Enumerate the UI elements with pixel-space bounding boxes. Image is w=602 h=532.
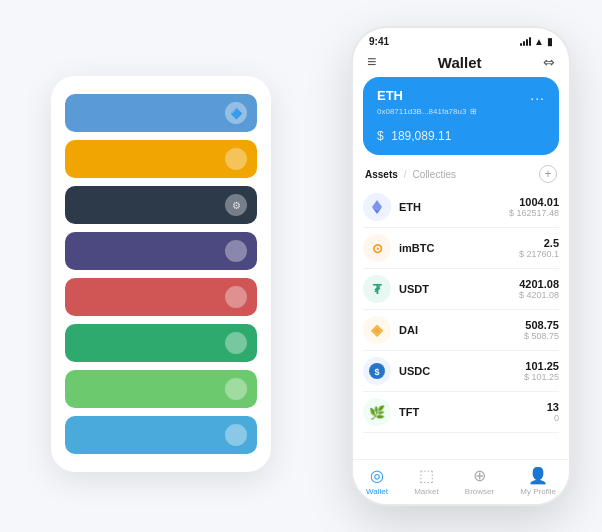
eth-name: ETH bbox=[399, 201, 509, 213]
status-bar: 9:41 ▲ ▮ bbox=[353, 28, 569, 49]
card-item bbox=[65, 416, 257, 454]
eth-card: ETH ... 0x08711d3B...841fa78u3 ⊞ $ 189,0… bbox=[363, 77, 559, 155]
battery-icon: ▮ bbox=[547, 36, 553, 47]
copy-icon[interactable]: ⊞ bbox=[470, 107, 477, 116]
dai-amount: 508.75 bbox=[524, 319, 559, 331]
card-dot bbox=[225, 332, 247, 354]
asset-item-tft[interactable]: 🌿 TFT 13 0 bbox=[363, 392, 559, 433]
menu-icon[interactable]: ≡ bbox=[367, 53, 376, 71]
browser-nav-icon: ⊕ bbox=[473, 466, 486, 485]
imbtc-icon: ⊙ bbox=[363, 234, 391, 262]
usdt-usd: $ 4201.08 bbox=[519, 290, 559, 300]
asset-item-imbtc[interactable]: ⊙ imBTC 2.5 $ 21760.1 bbox=[363, 228, 559, 269]
wallet-nav-label: Wallet bbox=[366, 487, 388, 496]
card-dot: 🔷 bbox=[225, 102, 247, 124]
card-item: 🔷 bbox=[65, 94, 257, 132]
card-stack: 🔷 ⚙ bbox=[51, 76, 271, 472]
dai-icon: ◈ bbox=[363, 316, 391, 344]
imbtc-values: 2.5 $ 21760.1 bbox=[519, 237, 559, 259]
phone-header: ≡ Wallet ⇔ bbox=[353, 49, 569, 77]
tab-assets[interactable]: Assets bbox=[365, 169, 398, 180]
usdt-amount: 4201.08 bbox=[519, 278, 559, 290]
usdc-name: USDC bbox=[399, 365, 524, 377]
card-item: ⚙ bbox=[65, 186, 257, 224]
card-item bbox=[65, 370, 257, 408]
card-dot bbox=[225, 148, 247, 170]
eth-values: 1004.01 $ 162517.48 bbox=[509, 196, 559, 218]
tft-amount: 13 bbox=[547, 401, 559, 413]
card-item bbox=[65, 324, 257, 362]
usdt-icon: ₮ bbox=[363, 275, 391, 303]
usdc-icon: $ bbox=[363, 357, 391, 385]
imbtc-usd: $ 21760.1 bbox=[519, 249, 559, 259]
dai-usd: $ 508.75 bbox=[524, 331, 559, 341]
usdt-values: 4201.08 $ 4201.08 bbox=[519, 278, 559, 300]
dai-values: 508.75 $ 508.75 bbox=[524, 319, 559, 341]
tft-icon: 🌿 bbox=[363, 398, 391, 426]
nav-wallet[interactable]: ◎ Wallet bbox=[366, 466, 388, 496]
imbtc-name: imBTC bbox=[399, 242, 519, 254]
usdc-amount: 101.25 bbox=[524, 360, 559, 372]
profile-nav-label: My Profile bbox=[520, 487, 556, 496]
market-nav-label: Market bbox=[414, 487, 438, 496]
usdt-name: USDT bbox=[399, 283, 519, 295]
card-dot bbox=[225, 240, 247, 262]
nav-market[interactable]: ⬚ Market bbox=[414, 466, 438, 496]
card-dot bbox=[225, 378, 247, 400]
profile-nav-icon: 👤 bbox=[528, 466, 548, 485]
asset-item-usdt[interactable]: ₮ USDT 4201.08 $ 4201.08 bbox=[363, 269, 559, 310]
assets-tabs: Assets / Collecties bbox=[365, 169, 456, 180]
tab-divider: / bbox=[404, 169, 407, 180]
svg-text:$: $ bbox=[374, 367, 379, 377]
usdc-values: 101.25 $ 101.25 bbox=[524, 360, 559, 382]
status-time: 9:41 bbox=[369, 36, 389, 47]
status-icons: ▲ ▮ bbox=[520, 36, 553, 47]
tft-name: TFT bbox=[399, 406, 547, 418]
card-item bbox=[65, 140, 257, 178]
nav-profile[interactable]: 👤 My Profile bbox=[520, 466, 556, 496]
expand-icon[interactable]: ⇔ bbox=[543, 54, 555, 70]
usdc-usd: $ 101.25 bbox=[524, 372, 559, 382]
eth-icon bbox=[363, 193, 391, 221]
market-nav-icon: ⬚ bbox=[419, 466, 434, 485]
wallet-nav-icon: ◎ bbox=[370, 466, 384, 485]
scene: 🔷 ⚙ 9:41 bbox=[21, 16, 581, 516]
tft-values: 13 0 bbox=[547, 401, 559, 423]
page-title: Wallet bbox=[438, 54, 482, 71]
eth-card-menu[interactable]: ... bbox=[530, 87, 545, 103]
tft-usd: 0 bbox=[547, 413, 559, 423]
wifi-icon: ▲ bbox=[534, 36, 544, 47]
asset-item-dai[interactable]: ◈ DAI 508.75 $ 508.75 bbox=[363, 310, 559, 351]
asset-list: ETH 1004.01 $ 162517.48 ⊙ imBTC 2.5 $ 21… bbox=[353, 187, 569, 459]
eth-card-header: ETH ... bbox=[377, 87, 545, 103]
dai-name: DAI bbox=[399, 324, 524, 336]
eth-card-balance: $ 189,089.11 bbox=[377, 122, 545, 145]
card-dot bbox=[225, 424, 247, 446]
eth-card-address: 0x08711d3B...841fa78u3 ⊞ bbox=[377, 107, 545, 116]
card-item bbox=[65, 278, 257, 316]
asset-item-eth[interactable]: ETH 1004.01 $ 162517.48 bbox=[363, 187, 559, 228]
bottom-nav: ◎ Wallet ⬚ Market ⊕ Browser 👤 My Profile bbox=[353, 459, 569, 504]
signal-icon bbox=[520, 37, 531, 46]
assets-header: Assets / Collecties + bbox=[353, 163, 569, 187]
nav-browser[interactable]: ⊕ Browser bbox=[465, 466, 494, 496]
imbtc-amount: 2.5 bbox=[519, 237, 559, 249]
eth-card-title: ETH bbox=[377, 88, 403, 103]
asset-item-usdc[interactable]: $ USDC 101.25 $ 101.25 bbox=[363, 351, 559, 392]
add-asset-button[interactable]: + bbox=[539, 165, 557, 183]
eth-usd: $ 162517.48 bbox=[509, 208, 559, 218]
phone-inner: 9:41 ▲ ▮ ≡ Wallet ⇔ ETH ... bbox=[353, 28, 569, 504]
phone: 9:41 ▲ ▮ ≡ Wallet ⇔ ETH ... bbox=[351, 26, 571, 506]
browser-nav-label: Browser bbox=[465, 487, 494, 496]
eth-amount: 1004.01 bbox=[509, 196, 559, 208]
card-item bbox=[65, 232, 257, 270]
card-dot: ⚙ bbox=[225, 194, 247, 216]
tab-collectibles[interactable]: Collecties bbox=[413, 169, 456, 180]
card-dot bbox=[225, 286, 247, 308]
